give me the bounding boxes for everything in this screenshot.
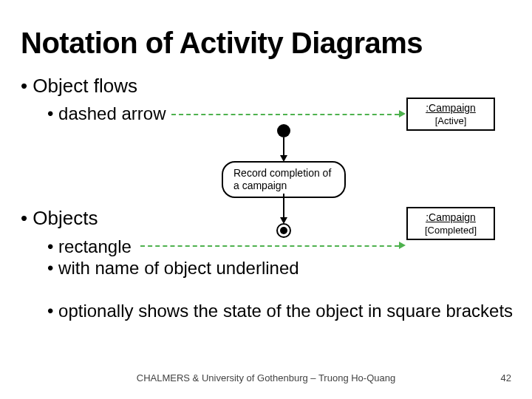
bullet-object-flows: Object flows	[21, 75, 137, 98]
arrow-activity-to-final	[283, 194, 284, 219]
final-node-icon	[276, 223, 291, 238]
dashed-arrowhead-icon	[399, 242, 406, 249]
dashed-arrowhead-icon	[399, 110, 406, 117]
object-state: [Active]	[415, 115, 486, 126]
final-node-inner-icon	[280, 227, 287, 234]
slide-title: Notation of Activity Diagrams	[21, 27, 423, 60]
object-node-active: :Campaign [Active]	[406, 98, 495, 131]
bullet-state-brackets: optionally shows the state of the object…	[47, 301, 513, 321]
bullet-rectangle: rectangle	[47, 236, 132, 257]
activity-label: Record completion of a campaign	[233, 167, 331, 191]
object-name: :Campaign	[415, 102, 486, 114]
activity-node: Record completion of a campaign	[222, 161, 346, 198]
object-name: :Campaign	[415, 211, 486, 223]
object-state: [Completed]	[415, 225, 486, 236]
bullet-dashed-arrow: dashed arrow	[47, 103, 166, 124]
initial-node-icon	[277, 124, 290, 137]
dashed-arrow-1	[171, 114, 399, 115]
page-number: 42	[501, 372, 511, 383]
bullet-objects: Objects	[21, 207, 98, 230]
arrow-initial-to-activity	[283, 137, 284, 157]
dashed-arrow-2	[140, 245, 399, 247]
slide: Notation of Activity Diagrams Object flo…	[0, 0, 532, 399]
object-node-completed: :Campaign [Completed]	[406, 207, 495, 240]
footer-text: CHALMERS & University of Gothenburg – Tr…	[0, 372, 532, 383]
bullet-name-underlined: with name of object underlined	[47, 258, 299, 279]
